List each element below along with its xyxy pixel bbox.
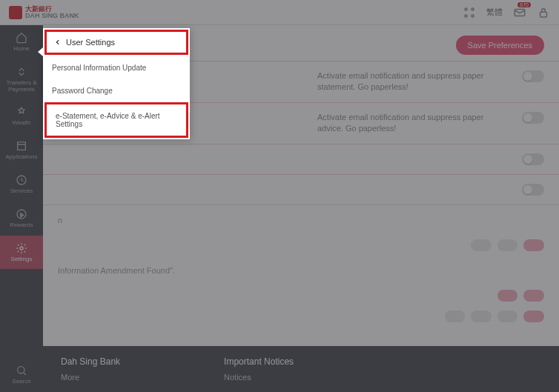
submenu-item-personal-info[interactable]: Personal Information Update [43,56,190,79]
submenu-back[interactable]: User Settings [44,30,188,55]
submenu-item-estatement-settings[interactable]: e-Statement, e-Advice & e-Alert Settings [44,102,188,138]
settings-submenu: User Settings Personal Information Updat… [43,28,190,139]
submenu-title: User Settings [66,38,115,47]
chevron-left-icon [54,39,62,46]
submenu-item-password-change[interactable]: Password Change [43,79,190,102]
